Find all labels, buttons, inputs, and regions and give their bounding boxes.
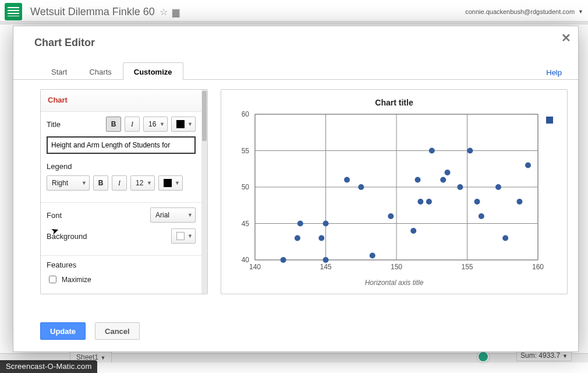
- svg-point-31: [410, 228, 416, 234]
- legend-fontsize-select[interactable]: 12▼: [130, 175, 155, 191]
- legend-label: Legend: [47, 162, 196, 171]
- svg-point-26: [323, 221, 329, 227]
- section-chart-head[interactable]: Chart: [41, 90, 201, 112]
- sheets-logo: [5, 3, 22, 20]
- quick-sum-label: Sum: 4933.7: [520, 351, 560, 360]
- customize-panel: ➤ Chart Title B I 16▼ ▼ Legend: [40, 89, 208, 294]
- account-email[interactable]: connie.quackenbush@rdgstudent.com: [465, 8, 575, 15]
- update-button[interactable]: Update: [40, 322, 86, 340]
- title-fontsize-select[interactable]: 16▼: [143, 117, 168, 132]
- svg-text:150: 150: [391, 263, 402, 271]
- chevron-down-icon: ▼: [562, 353, 568, 359]
- color-swatch-icon: [176, 120, 185, 128]
- legend-color-select[interactable]: ▼: [158, 175, 183, 191]
- svg-text:55: 55: [242, 147, 250, 155]
- legend-position-select[interactable]: Right▼: [47, 175, 90, 191]
- svg-point-39: [467, 148, 473, 154]
- svg-text:155: 155: [461, 263, 473, 271]
- account-caret-icon[interactable]: ▼: [578, 9, 583, 15]
- chevron-down-icon: ▼: [82, 180, 87, 186]
- svg-point-45: [525, 163, 531, 168]
- title-fontsize-value: 16: [148, 120, 156, 128]
- chart-title-input[interactable]: [47, 136, 196, 154]
- close-icon[interactable]: ✕: [561, 31, 571, 45]
- svg-text:50: 50: [242, 183, 250, 191]
- background-color-select[interactable]: ▼: [171, 228, 196, 244]
- svg-point-44: [516, 199, 522, 205]
- explore-indicator[interactable]: [477, 351, 489, 363]
- title-color-select[interactable]: ▼: [171, 117, 196, 132]
- chevron-down-icon: ▼: [147, 180, 152, 186]
- font-label: Font: [47, 211, 147, 220]
- plot-area: 1401451501551604045505560: [221, 111, 567, 275]
- title-label: Title: [47, 120, 102, 129]
- chart-editor-dialog: ✕ Chart Editor Help Start Charts Customi…: [13, 26, 579, 352]
- document-title[interactable]: Wetsuit Dilemma Finkle 60: [30, 6, 155, 18]
- background-label: Background: [47, 232, 168, 241]
- svg-text:140: 140: [249, 263, 261, 271]
- svg-text:45: 45: [242, 220, 250, 228]
- tab-customize[interactable]: Customize: [123, 62, 183, 80]
- screencast-watermark: Screencast-O-Matic.com: [0, 360, 97, 373]
- svg-point-29: [370, 253, 376, 259]
- chevron-down-icon: ▼: [175, 180, 180, 186]
- chevron-down-icon: ▼: [100, 355, 105, 361]
- dialog-tabs: Start Charts Customize: [13, 62, 578, 80]
- svg-point-30: [388, 213, 394, 219]
- chart-preview: Chart title 1401451501551604045505560 Ho…: [221, 89, 568, 294]
- cancel-button[interactable]: Cancel: [95, 322, 140, 340]
- svg-point-27: [344, 177, 350, 183]
- help-link[interactable]: Help: [546, 68, 562, 77]
- legend-bold-button[interactable]: B: [93, 175, 108, 191]
- features-label: Features: [47, 261, 196, 269]
- svg-point-38: [457, 184, 463, 190]
- svg-text:145: 145: [320, 263, 331, 271]
- sheets-header: Wetsuit Dilemma Finkle 60 ☆ ▆ connie.qua…: [0, 0, 588, 21]
- maximize-label: Maximize: [62, 276, 91, 284]
- svg-point-25: [323, 257, 329, 263]
- svg-text:40: 40: [242, 256, 250, 264]
- title-italic-button[interactable]: I: [125, 117, 140, 132]
- chart-title: Chart title: [221, 90, 567, 111]
- chevron-down-icon: ▼: [187, 212, 193, 218]
- svg-point-43: [502, 235, 508, 241]
- star-icon[interactable]: ☆: [160, 6, 168, 17]
- legend-fontsize-value: 12: [136, 179, 143, 187]
- scatter-plot: 1401451501551604045505560: [221, 111, 567, 275]
- legend-position-value: Right: [52, 179, 68, 187]
- tab-charts[interactable]: Charts: [78, 62, 122, 80]
- svg-point-21: [281, 257, 286, 263]
- maximize-checkbox[interactable]: [49, 276, 56, 283]
- svg-point-23: [297, 221, 303, 227]
- svg-point-28: [358, 184, 364, 190]
- svg-point-32: [417, 199, 423, 205]
- svg-point-36: [440, 177, 446, 183]
- folder-icon[interactable]: ▆: [172, 6, 179, 17]
- chevron-down-icon: ▼: [160, 121, 165, 127]
- svg-text:160: 160: [532, 263, 544, 271]
- chevron-down-icon: ▼: [187, 121, 193, 127]
- dialog-title: Chart Editor: [13, 26, 578, 62]
- scrollbar[interactable]: [201, 90, 207, 294]
- tab-start[interactable]: Start: [40, 62, 78, 80]
- legend-italic-button[interactable]: I: [112, 175, 127, 191]
- svg-point-42: [495, 184, 501, 190]
- svg-point-37: [444, 170, 450, 175]
- svg-point-40: [474, 199, 480, 205]
- svg-point-41: [479, 213, 484, 219]
- scrollbar-thumb[interactable]: [202, 91, 207, 141]
- svg-point-24: [318, 235, 324, 241]
- svg-point-35: [429, 148, 435, 154]
- svg-point-22: [295, 235, 300, 241]
- title-bold-button[interactable]: B: [106, 117, 121, 132]
- svg-point-33: [415, 177, 420, 183]
- svg-text:60: 60: [242, 111, 250, 118]
- font-family-select[interactable]: Arial▼: [150, 207, 196, 223]
- x-axis-title: Horizontal axis title: [221, 275, 567, 294]
- toolbar-placeholder: [0, 21, 588, 24]
- color-swatch-icon: [164, 179, 172, 187]
- chevron-down-icon: ▼: [187, 233, 193, 239]
- svg-point-34: [426, 199, 432, 205]
- font-family-value: Arial: [155, 211, 169, 219]
- dialog-footer: Update Cancel: [40, 322, 140, 340]
